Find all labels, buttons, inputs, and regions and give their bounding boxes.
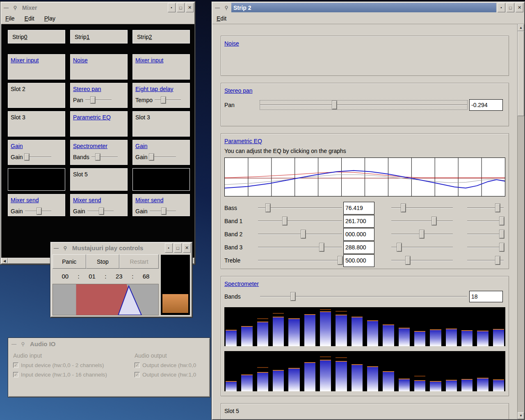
slider-handle[interactable] <box>500 243 504 251</box>
slider-handle[interactable] <box>397 243 402 251</box>
slider-handle[interactable] <box>401 204 406 212</box>
slider-handle[interactable] <box>420 230 424 238</box>
strip-header-button[interactable]: Strip 1 <box>70 30 128 43</box>
device-checkbox[interactable]: ✓ <box>135 363 140 368</box>
eq-gain-slider[interactable] <box>391 230 453 239</box>
close-button[interactable]: ✕ <box>516 3 523 12</box>
strip-header-button[interactable]: Strip 0 <box>8 30 65 43</box>
eq-band-value-field[interactable]: 261.700 <box>343 215 374 228</box>
eq-freq-slider[interactable] <box>258 203 342 212</box>
slider-handle[interactable] <box>320 243 324 251</box>
plugin-link[interactable]: Mixer input <box>135 57 163 64</box>
pan-value-field[interactable]: -0.294 <box>469 99 503 111</box>
slider-handle[interactable] <box>96 154 100 160</box>
slider-handle[interactable] <box>301 230 306 238</box>
eq-freq-slider[interactable] <box>258 217 342 226</box>
scroll-track[interactable] <box>518 31 524 412</box>
menu-file[interactable]: File <box>5 15 15 22</box>
slider-handle[interactable] <box>162 208 166 215</box>
pin-icon[interactable]: ⚲ <box>11 3 19 12</box>
pin-icon[interactable]: ⚲ <box>222 3 231 12</box>
shade-icon[interactable]: — <box>52 243 60 253</box>
slider-handle[interactable] <box>338 256 342 265</box>
mixer-titlebar[interactable]: — ⚲ Mixer · □ ✕ <box>1 2 194 13</box>
device-checkbox[interactable]: ✓ <box>135 372 140 377</box>
slider-handle[interactable] <box>495 256 500 265</box>
maximize-button[interactable]: □ <box>507 3 514 12</box>
slider-handle[interactable] <box>500 230 504 238</box>
slider-handle[interactable] <box>406 256 410 265</box>
panic-button[interactable]: Panic <box>52 254 86 269</box>
gain-slider[interactable] <box>25 208 51 215</box>
minimize-button[interactable]: · <box>165 243 173 253</box>
scroll-up-button[interactable]: ▲ <box>518 24 524 31</box>
slider-handle[interactable] <box>495 204 500 212</box>
slider-handle[interactable] <box>332 101 337 109</box>
plugin-link[interactable]: Stereo pan <box>73 86 101 92</box>
menu-play[interactable]: Play <box>44 15 55 22</box>
parametric-eq-link[interactable]: Parametric EQ <box>224 138 262 144</box>
menu-edit[interactable]: Edit <box>217 15 226 22</box>
scroll-thumb[interactable] <box>518 31 524 116</box>
eq-q-slider[interactable] <box>467 230 504 239</box>
pan-slider[interactable] <box>85 96 112 104</box>
slider-handle[interactable] <box>99 208 104 215</box>
plugin-link[interactable]: Spectrometer <box>73 143 107 149</box>
strip2-titlebar[interactable]: — ⚲ Strip 2 · □ ✕ <box>212 2 524 13</box>
tempo-slider[interactable] <box>155 96 181 104</box>
menu-edit[interactable]: Edit <box>25 15 34 22</box>
eq-q-slider[interactable] <box>467 203 504 212</box>
slider-handle[interactable] <box>25 154 29 160</box>
shade-icon[interactable]: — <box>213 3 221 12</box>
eq-freq-slider[interactable] <box>258 230 342 239</box>
eq-band-value-field[interactable]: 76.419 <box>343 202 374 215</box>
play-controls-titlebar[interactable]: — ⚲ Mustajuuri play controls · □ ✕ <box>51 243 192 253</box>
eq-gain-slider[interactable] <box>391 256 453 265</box>
eq-freq-slider[interactable] <box>258 256 342 265</box>
plugin-link[interactable]: Parametric EQ <box>73 114 111 121</box>
pin-icon[interactable]: ⚲ <box>19 339 27 349</box>
plugin-link[interactable]: Mixer send <box>11 197 39 203</box>
eq-freq-slider[interactable] <box>258 243 342 252</box>
plugin-link[interactable]: Mixer send <box>73 197 101 203</box>
audio-io-titlebar[interactable]: — ⚲ Audio IO <box>9 339 209 349</box>
slider-handle[interactable] <box>37 208 41 215</box>
eq-q-slider[interactable] <box>467 243 504 252</box>
shade-icon[interactable]: — <box>2 3 10 12</box>
close-button[interactable]: ✕ <box>186 3 194 12</box>
plugin-link[interactable]: Eight tap delay <box>135 86 173 92</box>
spectrometer-link[interactable]: Spectrometer <box>224 281 259 287</box>
gain-slider[interactable] <box>150 208 176 215</box>
device-checkbox[interactable]: ✓ <box>13 372 18 377</box>
minimize-button[interactable]: · <box>498 3 505 12</box>
scroll-left-button[interactable]: ◀ <box>1 258 8 264</box>
gain-slider[interactable] <box>87 208 114 215</box>
slider-handle[interactable] <box>291 292 295 301</box>
slider-handle[interactable] <box>432 217 436 225</box>
bands-slider[interactable] <box>260 292 467 301</box>
eq-gain-slider[interactable] <box>391 203 453 212</box>
strip-header-button[interactable]: Strip 2 <box>132 30 190 43</box>
eq-band-value-field[interactable]: 288.800 <box>343 241 374 254</box>
bands-slider[interactable] <box>91 153 118 161</box>
stop-button[interactable]: Stop <box>86 254 120 269</box>
slider-handle[interactable] <box>149 154 154 160</box>
slider-handle[interactable] <box>91 97 95 103</box>
eq-band-value-field[interactable]: 000.000 <box>343 228 374 241</box>
vertical-scrollbar[interactable]: ▲ ▼ <box>517 24 524 419</box>
eq-q-slider[interactable] <box>467 217 504 226</box>
stereo-pan-link[interactable]: Stereo pan <box>224 87 253 94</box>
scroll-down-button[interactable]: ▼ <box>518 412 524 419</box>
maximize-button[interactable]: □ <box>177 3 185 12</box>
slider-handle[interactable] <box>266 204 270 212</box>
shade-icon[interactable]: — <box>10 339 18 349</box>
slider-handle[interactable] <box>500 217 504 225</box>
gain-slider[interactable] <box>150 153 176 161</box>
slider-handle[interactable] <box>283 217 287 225</box>
minimize-button[interactable]: · <box>168 3 176 12</box>
pan-slider[interactable] <box>260 100 467 110</box>
eq-q-slider[interactable] <box>467 256 504 265</box>
eq-gain-slider[interactable] <box>391 243 453 252</box>
gain-slider[interactable] <box>25 153 51 161</box>
pin-icon[interactable]: ⚲ <box>61 243 69 253</box>
